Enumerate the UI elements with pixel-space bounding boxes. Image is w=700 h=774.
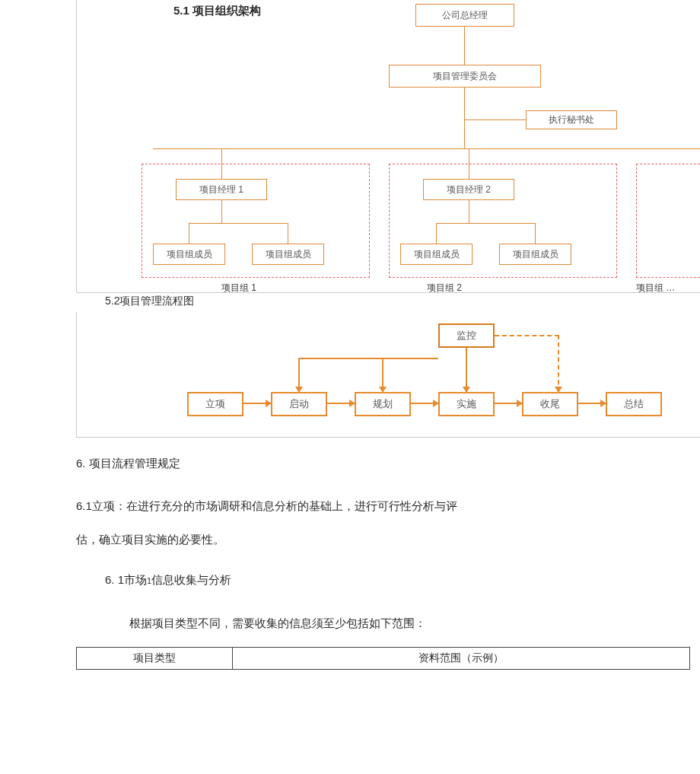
arrow-icon — [411, 403, 438, 404]
heading-6: 6. 项目流程管理规定 — [76, 457, 180, 471]
heading-6-1-1: 6. 1市场1信息收集与分析 — [105, 573, 231, 588]
org-node-secretariat: 执行秘书处 — [526, 110, 617, 129]
heading-611-suffix: 信息收集与分析 — [151, 573, 231, 586]
org-node-pm1: 项目经理 1 — [176, 179, 267, 200]
org-node-member: 项目组成员 — [499, 244, 571, 265]
org-group-label-3: 项目组 … — [636, 282, 675, 295]
flow-node-5: 收尾 — [522, 392, 578, 416]
org-node-member: 项目组成员 — [252, 244, 324, 265]
table-header-1: 项目类型 — [77, 648, 233, 670]
flow-chart: 监控 立项 启动 规划 实施 收尾 总结 — [76, 312, 700, 438]
org-node-gm: 公司总经理 — [415, 4, 514, 27]
flow-node-2: 启动 — [271, 392, 327, 416]
flow-node-1: 立项 — [187, 392, 243, 416]
paragraph-6-1-a: 6.1立项：在进行充分的市场调研和信息分析的基础上，进行可行性分析与评 — [76, 495, 647, 518]
flow-node-3: 规划 — [355, 392, 411, 416]
table-header-2: 资料范围（示例） — [233, 648, 690, 670]
dashed-arrow — [495, 335, 559, 392]
paragraph-6-1-1: 根据项目类型不同，需要收集的信息须至少包括如下范围： — [129, 616, 426, 631]
flow-node-4: 实施 — [438, 392, 495, 416]
flow-node-monitor: 监控 — [438, 323, 495, 348]
org-chart: 公司总经理 项目管理委员会 执行秘书处 项目经理 1 项目经理 2 项目组成员 … — [76, 0, 700, 293]
arrow-icon — [243, 403, 271, 404]
org-ellipsis: …… — [636, 217, 700, 228]
org-node-member: 项目组成员 — [153, 244, 225, 265]
heading-5-2: 5.2项目管理流程图 — [105, 295, 194, 308]
info-table: 项目类型 资料范围（示例） — [76, 647, 690, 670]
heading-611-prefix: 6. 1市场 — [105, 573, 147, 586]
paragraph-6-1-b: 估，确立项目实施的必要性。 — [76, 533, 647, 547]
arrow-icon — [327, 403, 355, 404]
arrow-icon — [578, 403, 606, 404]
org-group-label-1: 项目组 1 — [221, 282, 256, 295]
arrow-icon — [495, 403, 522, 404]
org-node-pm2: 项目经理 2 — [423, 179, 514, 200]
org-node-pmc: 项目管理委员会 — [389, 65, 541, 88]
flow-node-6: 总结 — [606, 392, 662, 416]
org-node-member: 项目组成员 — [400, 244, 473, 265]
org-group-label-2: 项目组 2 — [427, 282, 462, 295]
